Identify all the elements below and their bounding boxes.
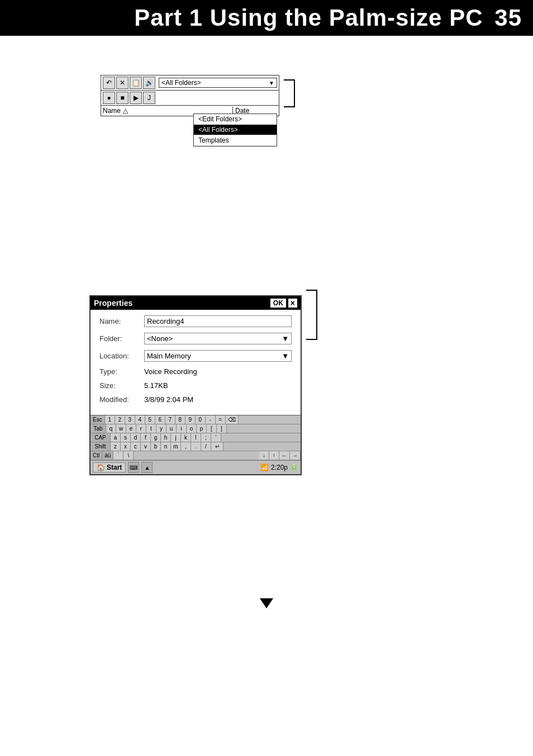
copy-button[interactable]: 📋 <box>130 77 142 89</box>
kb-0[interactable]: 0 <box>196 415 206 424</box>
kb-3[interactable]: 3 <box>125 415 135 424</box>
kb-s[interactable]: s <box>121 433 131 442</box>
kb-v[interactable]: v <box>141 442 151 451</box>
kb-u[interactable]: u <box>166 424 177 433</box>
taskbar-time: 2:20p <box>271 464 288 471</box>
kb-n[interactable]: n <box>161 442 171 451</box>
kb-5[interactable]: 5 <box>145 415 155 424</box>
kb-z[interactable]: z <box>111 442 121 451</box>
kb-l[interactable]: l <box>191 433 201 442</box>
kb-arrows: ↓ ↑ ← → <box>134 451 301 460</box>
location-select[interactable]: Main Memory ▼ <box>144 350 292 362</box>
kb-up-arrow-key[interactable]: ↑ <box>269 451 279 460</box>
kb-semicolon[interactable]: ; <box>201 433 211 442</box>
kb-comma[interactable]: , <box>181 442 191 451</box>
kb-1[interactable]: 1 <box>105 415 115 424</box>
back-button[interactable]: ↶ <box>103 77 115 89</box>
kb-caps[interactable]: CAP <box>91 433 111 442</box>
kb-f[interactable]: f <box>141 433 151 442</box>
kb-q[interactable]: q <box>106 424 116 433</box>
kb-2[interactable]: 2 <box>115 415 125 424</box>
cut-button[interactable]: ✕ <box>116 77 129 89</box>
size-row: Size: 5.17KB <box>99 381 292 390</box>
close-button[interactable]: × <box>288 299 297 308</box>
name-input[interactable] <box>144 315 292 327</box>
kb-7[interactable]: 7 <box>165 415 175 424</box>
kb-b[interactable]: b <box>151 442 161 451</box>
voice-button[interactable]: J <box>143 92 155 104</box>
volume-button[interactable]: 🔊 <box>143 77 155 89</box>
kb-equals[interactable]: = <box>216 415 226 424</box>
kb-9[interactable]: 9 <box>185 415 196 424</box>
type-row: Type: Voice Recording <box>99 367 292 376</box>
kb-8[interactable]: 8 <box>175 415 185 424</box>
record-button[interactable]: ● <box>103 92 115 104</box>
dialog-titlebar-right: OK × <box>270 299 297 308</box>
kb-e[interactable]: e <box>126 424 136 433</box>
folders-screenshot: ↶ ✕ 📋 🔊 <All Folders> ▼ ● ■ ▶ J <Edit Fo… <box>101 75 279 116</box>
kb-p[interactable]: p <box>197 424 207 433</box>
kb-accents[interactable]: áü <box>102 451 113 460</box>
folder-dropdown[interactable]: <All Folders> ▼ <box>159 78 277 88</box>
kb-backspace[interactable]: ⌫ <box>226 415 239 424</box>
kb-right-arrow-key[interactable]: → <box>290 451 301 460</box>
all-folders-item[interactable]: <All Folders> <box>194 125 277 135</box>
name-row: Name: <box>99 315 292 327</box>
start-label: Start <box>107 464 122 471</box>
kb-period[interactable]: . <box>191 442 201 451</box>
kb-i[interactable]: i <box>177 424 187 433</box>
folder-select[interactable]: <None> ▼ <box>144 333 292 344</box>
dialog-title: Properties <box>94 299 132 308</box>
dropdown-arrow-icon: ▼ <box>269 80 274 86</box>
kb-c[interactable]: c <box>131 442 141 451</box>
toolbar-row-1: ↶ ✕ 📋 🔊 <All Folders> ▼ <box>101 75 279 91</box>
kb-h[interactable]: h <box>161 433 171 442</box>
kb-r[interactable]: r <box>136 424 146 433</box>
start-icon: 🏠 <box>97 464 105 471</box>
kb-esc[interactable]: Esc <box>91 415 105 424</box>
kb-minus[interactable]: - <box>206 415 216 424</box>
kb-backslash[interactable]: \ <box>123 451 134 460</box>
templates-item[interactable]: Templates <box>194 135 277 146</box>
kb-y[interactable]: y <box>156 424 166 433</box>
kb-row-2: Tab q w e r t y u i o p [ ] <box>91 424 301 433</box>
kb-lbracket[interactable]: [ <box>207 424 217 433</box>
kb-m[interactable]: m <box>171 442 181 451</box>
kb-quote[interactable]: ' <box>211 433 221 442</box>
header-text: Part 1 Using the Palm-size PC <box>134 4 483 31</box>
kb-tab[interactable]: Tab <box>91 424 106 433</box>
kb-d[interactable]: d <box>131 433 141 442</box>
kb-w[interactable]: w <box>116 424 126 433</box>
kb-backtick[interactable]: ` <box>113 451 123 460</box>
kb-left-arrow-key[interactable]: ← <box>279 451 290 460</box>
taskbar: 🏠 Start ⌨ ▲ 📶 2:20p 🔋 <box>91 460 301 474</box>
kb-k[interactable]: k <box>181 433 191 442</box>
kb-6[interactable]: 6 <box>155 415 165 424</box>
kb-down-arrow-key[interactable]: ↓ <box>259 451 269 460</box>
kb-a[interactable]: a <box>111 433 121 442</box>
play-button[interactable]: ▶ <box>130 92 142 104</box>
kb-o[interactable]: o <box>187 424 197 433</box>
ok-button[interactable]: OK <box>270 299 286 308</box>
dialog-titlebar: Properties OK × <box>91 296 301 310</box>
kb-x[interactable]: x <box>121 442 131 451</box>
stop-button[interactable]: ■ <box>116 92 129 104</box>
kb-4[interactable]: 4 <box>135 415 145 424</box>
folder-select-arrow-icon: ▼ <box>282 334 289 343</box>
signal-icon: 📶 <box>260 464 269 471</box>
folder-label: Folder: <box>99 334 144 343</box>
up-taskbar-icon[interactable]: ▲ <box>141 462 153 473</box>
kb-g[interactable]: g <box>151 433 161 442</box>
kb-shift[interactable]: Shift <box>91 442 111 451</box>
kb-enter[interactable]: ↵ <box>211 442 223 451</box>
start-button[interactable]: 🏠 Start <box>93 462 126 472</box>
edit-folders-item[interactable]: <Edit Folders> <box>194 114 277 125</box>
kb-slash[interactable]: / <box>201 442 211 451</box>
kb-rbracket[interactable]: ] <box>217 424 227 433</box>
down-arrow-indicator <box>260 598 273 608</box>
keyboard-taskbar-icon[interactable]: ⌨ <box>128 462 139 473</box>
modified-row: Modified: 3/8/99 2:04 PM <box>99 395 292 404</box>
kb-ctrl[interactable]: Ctl <box>91 451 102 460</box>
kb-t[interactable]: t <box>146 424 156 433</box>
kb-j[interactable]: j <box>171 433 181 442</box>
